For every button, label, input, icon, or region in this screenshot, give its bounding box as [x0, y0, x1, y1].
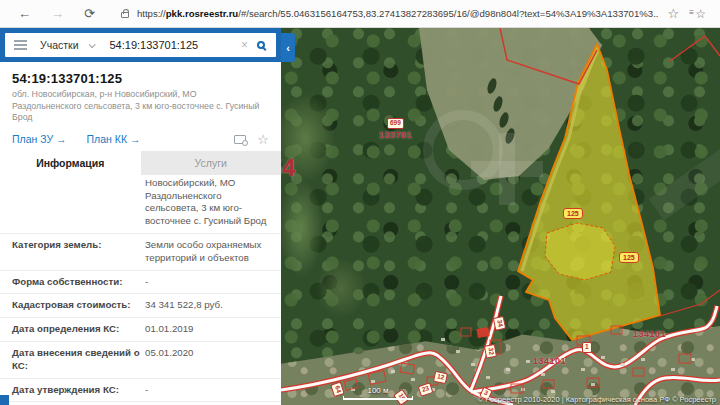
- parcel-pill-125[interactable]: 125: [619, 252, 639, 263]
- refresh-icon[interactable]: ⟳: [84, 7, 95, 20]
- forward-icon[interactable]: →: [51, 7, 64, 20]
- plan-links-row: План ЗУ → План КК → ☆: [12, 133, 269, 146]
- browser-actions: ☆ ≡☆: [668, 7, 706, 20]
- favorite-star-icon[interactable]: ☆: [668, 7, 680, 20]
- scale-line: [343, 396, 413, 400]
- plan-zu-link[interactable]: План ЗУ →: [12, 133, 67, 145]
- pkk-rosreestr-app: ← → ⟳ https://pkk.rosreestr.ru/#/search/…: [0, 0, 720, 405]
- url-path: /#/search/55.0463156164753,83.2741382728…: [238, 8, 657, 19]
- table-row-ks-application-date: Дата применения КС: -: [0, 401, 281, 405]
- back-icon[interactable]: ←: [18, 7, 31, 20]
- parcel-info-panel: Участки 54:19:133701:125 × 54:19:133701:…: [0, 28, 281, 405]
- preview-document-icon[interactable]: [234, 135, 246, 144]
- panel-tabs: Информация Услуги: [0, 151, 281, 175]
- panel-corner-chip: [0, 395, 9, 405]
- table-row-ks-entry-date: Дата внесения сведений о КС: 05.01.2020: [0, 341, 281, 378]
- quarter-number-133701: 133701: [379, 130, 412, 140]
- plan-kk-link[interactable]: План КК →: [87, 133, 141, 145]
- attribute-label: [12, 177, 145, 228]
- table-row-ks-determination-date: Дата определения КС: 01.01.2019: [0, 317, 281, 341]
- attribute-label: Форма собственности:: [12, 276, 145, 289]
- parcel-id-title: 54:19:133701:125: [12, 71, 269, 86]
- attribute-value: 05.01.2020: [145, 347, 194, 373]
- table-row-cadastral-value: Кадастровая стоимость: 34 341 522,8 руб.: [0, 293, 281, 317]
- hub-lines-icon: ≡: [689, 9, 694, 17]
- attribute-value: Земли особо охраняемых территорий и объе…: [145, 239, 269, 265]
- table-row-category: Категория земель: Земли особо охраняемых…: [0, 233, 281, 270]
- lock-icon: [121, 12, 129, 18]
- map-scale-bar: 100 м: [343, 386, 413, 400]
- quarter-number-134101: 134101: [533, 356, 566, 366]
- attribute-label: Дата определения КС:: [12, 323, 145, 336]
- search-category-dropdown[interactable]: Участки: [40, 39, 79, 51]
- quarter-number-134101: 134101: [633, 329, 666, 339]
- map-attribution: © Росреестр 2010-2020 | Картографическая…: [478, 395, 716, 404]
- parcel-address: обл. Новосибирская, р-н Новосибирский, М…: [12, 89, 267, 124]
- collapse-panel-chevron-icon[interactable]: ‹: [281, 33, 295, 62]
- attribute-label: Дата внесения сведений о КС:: [12, 347, 145, 373]
- parcel-attributes-table: Новосибирский, МО Раздольненского сельсо…: [0, 175, 281, 405]
- parcel-pill-125[interactable]: 125: [563, 208, 583, 219]
- quarter-pill-699[interactable]: 699: [387, 118, 404, 129]
- quarter-big-number: 54: [281, 154, 296, 182]
- search-icon[interactable]: [257, 41, 265, 49]
- clear-search-icon[interactable]: ×: [241, 39, 248, 51]
- boundary-line-right: [660, 290, 720, 316]
- map-vector-layer: [281, 28, 720, 405]
- tab-information[interactable]: Информация: [0, 151, 141, 175]
- boundary-line-topright: [670, 36, 720, 61]
- hub-star-icon: ☆: [695, 7, 706, 21]
- chevron-down-icon[interactable]: [88, 41, 95, 48]
- satellite-map[interactable]: 699 133701 54 125 125 134101 134101 34 1…: [281, 28, 720, 405]
- menu-icon[interactable]: [14, 38, 27, 52]
- url-text[interactable]: https://pkk.rosreestr.ru/#/search/55.046…: [137, 8, 658, 19]
- bookmark-star-icon[interactable]: ☆: [257, 133, 269, 146]
- parcel-pill-32: 32: [484, 344, 497, 359]
- plan-action-icons: ☆: [234, 133, 269, 146]
- search-input[interactable]: 54:19:133701:125: [110, 39, 237, 51]
- url-scheme: https://: [137, 8, 166, 19]
- attribute-value: 34 341 522,8 руб.: [145, 299, 223, 312]
- attribute-label: Категория земель:: [12, 239, 145, 265]
- tab-services[interactable]: Услуги: [141, 151, 282, 175]
- attribute-label: Дата утверждения КС:: [12, 384, 145, 397]
- table-row-ownership: Форма собственности: -: [0, 270, 281, 294]
- table-row-address: Новосибирский, МО Раздольненского сельсо…: [0, 175, 281, 233]
- favorites-hub-icon[interactable]: ≡☆: [695, 8, 706, 20]
- search-bar: Участки 54:19:133701:125 ×: [5, 33, 276, 57]
- attribute-label: Кадастровая стоимость:: [12, 299, 145, 312]
- search-container: Участки 54:19:133701:125 ×: [0, 28, 281, 62]
- attribute-value: Новосибирский, МО Раздольненского сельсо…: [145, 177, 269, 228]
- parcel-pill-1: 1: [582, 342, 592, 353]
- table-row-ks-approval-date: Дата утверждения КС: -: [0, 378, 281, 402]
- attribute-value: -: [145, 384, 148, 397]
- scale-label: 100 м: [343, 386, 413, 395]
- url-domain: pkk.rosreestr.ru: [166, 8, 239, 19]
- attribute-value: -: [145, 276, 148, 289]
- browser-address-bar: ← → ⟳ https://pkk.rosreestr.ru/#/search/…: [0, 0, 720, 28]
- attribute-value: 01.01.2019: [145, 323, 194, 336]
